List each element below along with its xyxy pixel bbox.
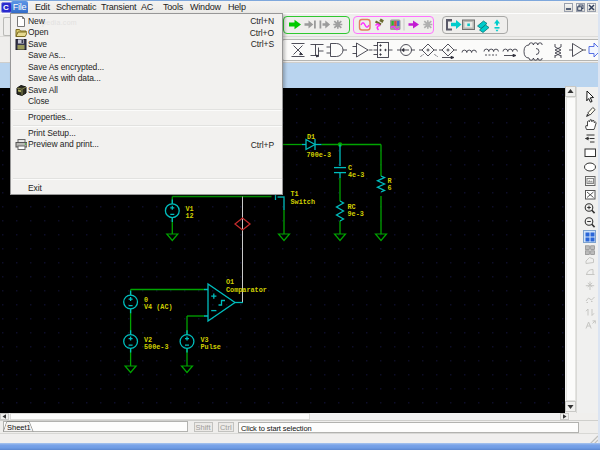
svg-text:12: 12 <box>186 212 194 220</box>
svg-text:700e-3: 700e-3 <box>307 151 331 159</box>
svg-text:V4 (AC): V4 (AC) <box>144 303 173 311</box>
svg-text:D1: D1 <box>307 133 315 141</box>
svg-text:Comparator: Comparator <box>226 286 267 294</box>
svg-text:Switch: Switch <box>291 198 315 206</box>
svg-text:Pulse: Pulse <box>201 343 221 351</box>
svg-text:9e-3: 9e-3 <box>348 210 364 218</box>
svg-text:6: 6 <box>388 184 392 192</box>
svg-text:T1: T1 <box>291 190 299 198</box>
svg-text:500e-3: 500e-3 <box>144 343 168 351</box>
svg-text:4e-3: 4e-3 <box>348 171 364 179</box>
